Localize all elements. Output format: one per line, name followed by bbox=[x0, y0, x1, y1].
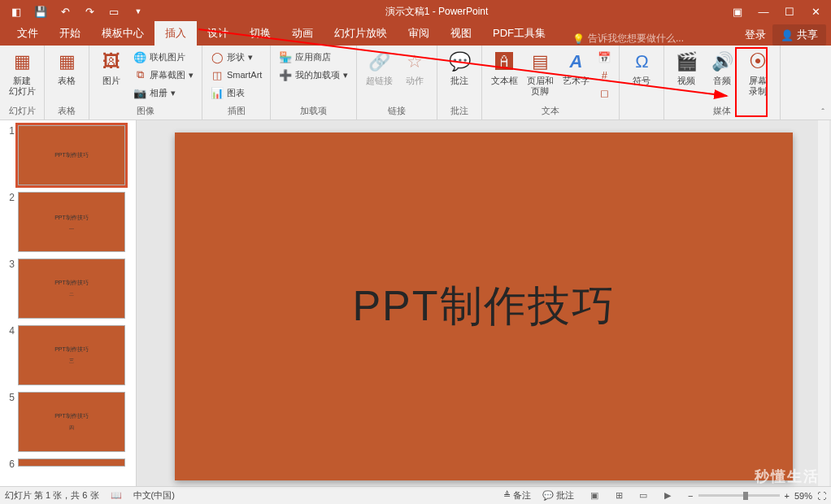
slide-number-button[interactable]: # bbox=[594, 67, 614, 83]
zoom-slider[interactable] bbox=[698, 494, 780, 497]
new-slide-button[interactable]: ▦ 新建 幻灯片 bbox=[5, 49, 39, 97]
my-addins-button[interactable]: ➕我的加载项 ▾ bbox=[276, 67, 351, 83]
tab-file[interactable]: 文件 bbox=[7, 21, 49, 46]
thumbnail-3[interactable]: PPT制作技巧二 bbox=[18, 259, 125, 319]
lightbulb-icon: 💡 bbox=[572, 33, 585, 45]
thumbnail-2[interactable]: PPT制作技巧— bbox=[18, 192, 125, 252]
chart-icon: 📊 bbox=[211, 86, 224, 99]
chart-button[interactable]: 📊图表 bbox=[207, 85, 265, 101]
thumbnail-6[interactable] bbox=[18, 458, 125, 467]
zoom-in-icon[interactable]: + bbox=[785, 491, 790, 501]
screenshot-button[interactable]: ⧉屏幕截图 ▾ bbox=[130, 67, 197, 83]
slide-counter[interactable]: 幻灯片 第 1 张，共 6 张 bbox=[5, 489, 99, 502]
login-link[interactable]: 登录 bbox=[745, 28, 766, 42]
screen-recording-button[interactable]: ⦿ 屏幕 录制 bbox=[741, 49, 775, 97]
comments-button[interactable]: 💬 批注 bbox=[542, 489, 574, 502]
app-icon: ◧ bbox=[7, 2, 26, 21]
comment-button[interactable]: 💬 批注 bbox=[442, 49, 476, 86]
smartart-icon: ◫ bbox=[211, 68, 224, 81]
save-icon[interactable]: 💾 bbox=[31, 2, 50, 21]
table-icon: ▦ bbox=[54, 49, 80, 75]
screen-rec-icon: ⦿ bbox=[745, 49, 771, 75]
tab-pdf[interactable]: PDF工具集 bbox=[482, 21, 556, 46]
hyperlink-icon: 🔗 bbox=[366, 49, 392, 75]
reading-view-icon[interactable]: ▭ bbox=[634, 489, 652, 502]
sorter-view-icon[interactable]: ⊞ bbox=[610, 489, 628, 502]
store-icon: 🏪 bbox=[279, 50, 292, 63]
symbol-button[interactable]: Ω 符号 bbox=[624, 49, 659, 86]
maximize-icon[interactable]: ☐ bbox=[777, 2, 802, 21]
tab-home[interactable]: 开始 bbox=[49, 21, 91, 46]
tab-slideshow[interactable]: 幻灯片放映 bbox=[324, 21, 398, 46]
hyperlink-button[interactable]: 🔗 超链接 bbox=[362, 49, 396, 86]
album-icon: 📷 bbox=[133, 86, 146, 99]
photo-album-button[interactable]: 📷相册 ▾ bbox=[130, 85, 197, 101]
video-button[interactable]: 🎬 视频 bbox=[669, 49, 703, 86]
online-pic-icon: 🌐 bbox=[133, 50, 146, 63]
slide-title-text[interactable]: PPT制作技巧 bbox=[352, 278, 615, 335]
current-slide[interactable]: PPT制作技巧 bbox=[175, 133, 793, 480]
zoom-control[interactable]: − + 59% ⛶ bbox=[688, 491, 826, 501]
shapes-button[interactable]: ◯形状 ▾ bbox=[207, 49, 265, 65]
comment-icon: 💬 bbox=[446, 49, 472, 75]
fit-window-icon[interactable]: ⛶ bbox=[817, 491, 826, 501]
online-pictures-button[interactable]: 🌐联机图片 bbox=[130, 49, 197, 65]
textbox-button[interactable]: 🅰 文本框 bbox=[487, 49, 521, 86]
pictures-icon: 🖼 bbox=[98, 49, 124, 75]
tab-template[interactable]: 模板中心 bbox=[91, 21, 154, 46]
tab-view[interactable]: 视图 bbox=[440, 21, 482, 46]
view-buttons: ▣ ⊞ ▭ ▶ bbox=[585, 489, 677, 502]
store-button[interactable]: 🏪应用商店 bbox=[276, 49, 351, 65]
collapse-ribbon-icon[interactable]: ˆ bbox=[821, 107, 824, 117]
window-title: 演示文稿1 - PowerPoint bbox=[148, 5, 725, 19]
tab-animation[interactable]: 动画 bbox=[281, 21, 324, 46]
start-from-beginning-icon[interactable]: ▭ bbox=[104, 2, 124, 21]
object-button[interactable]: ◻ bbox=[594, 85, 614, 101]
tab-insert[interactable]: 插入 bbox=[154, 21, 197, 46]
pictures-button[interactable]: 🖼 图片 bbox=[94, 49, 128, 86]
tab-design[interactable]: 设计 bbox=[197, 21, 239, 46]
qat-more-icon[interactable]: ▼ bbox=[128, 2, 148, 21]
ribbon-options-icon[interactable]: ▣ bbox=[725, 2, 750, 21]
undo-icon[interactable]: ↶ bbox=[55, 2, 75, 21]
main-area: 1 PPT制作技巧 2 PPT制作技巧— 3 PPT制作技巧二 4 PPT制作技… bbox=[0, 120, 831, 486]
object-icon: ◻ bbox=[598, 86, 611, 99]
share-icon: 👤 bbox=[781, 29, 794, 41]
slide-editor[interactable]: PPT制作技巧 bbox=[137, 120, 831, 486]
thumbnail-1[interactable]: PPT制作技巧 bbox=[18, 125, 125, 185]
tell-me-search[interactable]: 💡 告诉我您想要做什么... bbox=[556, 32, 745, 46]
date-icon: 📅 bbox=[598, 50, 611, 63]
watermark: 秒懂生活 bbox=[755, 467, 820, 486]
header-footer-button[interactable]: ▤ 页眉和页脚 bbox=[523, 49, 557, 97]
addins-icon: ➕ bbox=[279, 68, 292, 81]
zoom-level[interactable]: 59% bbox=[794, 491, 812, 501]
slideshow-view-icon[interactable]: ▶ bbox=[659, 489, 677, 502]
tab-transition[interactable]: 切换 bbox=[239, 21, 281, 46]
language-indicator[interactable]: 中文(中国) bbox=[133, 489, 175, 502]
smartart-button[interactable]: ◫SmartArt bbox=[207, 67, 265, 83]
minimize-icon[interactable]: — bbox=[751, 2, 776, 21]
table-button[interactable]: ▦ 表格 bbox=[50, 49, 84, 86]
tab-review[interactable]: 审阅 bbox=[398, 21, 440, 46]
audio-icon: 🔊 bbox=[709, 49, 735, 75]
redo-icon[interactable]: ↷ bbox=[80, 2, 99, 21]
action-button[interactable]: ☆ 动作 bbox=[398, 49, 432, 86]
thumbnail-5[interactable]: PPT制作技巧四 bbox=[18, 392, 125, 452]
slide-thumbnail-panel[interactable]: 1 PPT制作技巧 2 PPT制作技巧— 3 PPT制作技巧二 4 PPT制作技… bbox=[0, 120, 137, 486]
close-icon[interactable]: ✕ bbox=[803, 2, 828, 21]
notes-button[interactable]: ≜ 备注 bbox=[503, 489, 531, 502]
normal-view-icon[interactable]: ▣ bbox=[585, 489, 603, 502]
title-bar: ◧ 💾 ↶ ↷ ▭ ▼ 演示文稿1 - PowerPoint ▣ — ☐ ✕ bbox=[0, 0, 831, 23]
slidenum-icon: # bbox=[598, 68, 611, 81]
zoom-out-icon[interactable]: − bbox=[688, 491, 693, 501]
share-button[interactable]: 👤 共享 bbox=[772, 24, 826, 46]
header-footer-icon: ▤ bbox=[527, 49, 553, 75]
ribbon-insert: ▦ 新建 幻灯片 幻灯片 ▦ 表格 表格 🖼 图片 🌐联机图片 ⧉屏幕截图 ▾ … bbox=[0, 46, 831, 120]
date-time-button[interactable]: 📅 bbox=[594, 49, 614, 65]
ribbon-tabs: 文件 开始 模板中心 插入 设计 切换 动画 幻灯片放映 审阅 视图 PDF工具… bbox=[0, 23, 831, 46]
thumbnail-4[interactable]: PPT制作技巧三 bbox=[18, 325, 125, 385]
new-slide-icon: ▦ bbox=[9, 49, 35, 75]
spellcheck-icon[interactable]: 📖 bbox=[111, 490, 122, 501]
audio-button[interactable]: 🔊 音频 bbox=[705, 49, 739, 86]
wordart-button[interactable]: A 艺术字 bbox=[559, 49, 593, 86]
